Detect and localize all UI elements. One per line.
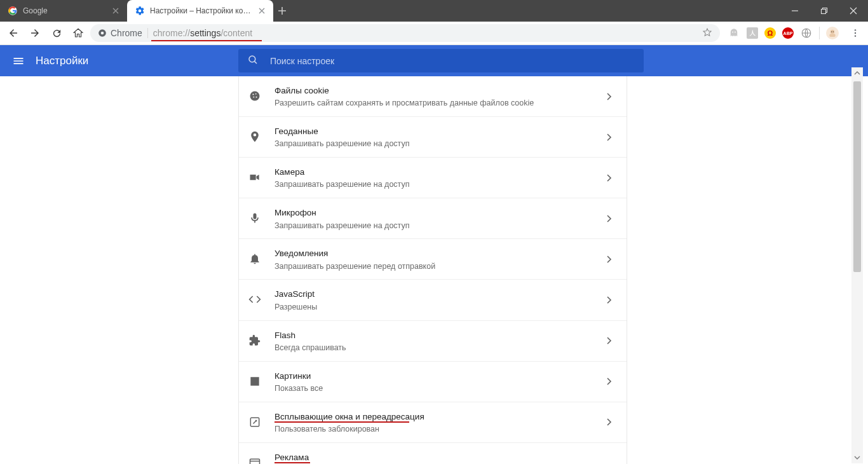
tab-google[interactable]: Google xyxy=(0,0,127,22)
row-title: Уведомления xyxy=(275,248,592,259)
svg-point-4 xyxy=(732,32,733,33)
row-flash[interactable]: Flash Всегда спрашивать xyxy=(239,321,627,362)
chevron-right-icon xyxy=(605,296,614,304)
tab-settings[interactable]: Настройки – Настройки конте... xyxy=(127,0,273,22)
omnibox-url: chrome://settings/content xyxy=(153,28,252,38)
content-area: Файлы cookie Разрешить сайтам сохранять … xyxy=(0,76,868,464)
profile-avatar[interactable] xyxy=(826,27,839,39)
tab-close-icon[interactable] xyxy=(112,7,119,15)
ext-pdf-icon[interactable]: 人 xyxy=(747,27,758,39)
browser-toolbar: Chrome chrome://settings/content 人 Ω ABP xyxy=(0,22,868,45)
forward-button[interactable] xyxy=(25,24,44,43)
row-sub: Запрашивать разрешение на доступ xyxy=(275,221,592,231)
chevron-right-icon xyxy=(605,418,614,426)
svg-point-17 xyxy=(255,93,257,95)
window-minimize[interactable] xyxy=(780,0,810,22)
chevron-right-icon xyxy=(605,215,614,222)
tab-close-icon[interactable] xyxy=(259,7,266,15)
row-javascript[interactable]: JavaScript Разрешены xyxy=(239,280,627,320)
svg-point-18 xyxy=(253,97,254,98)
gear-icon xyxy=(135,6,145,16)
row-title: Файлы cookie xyxy=(275,85,592,97)
page-title: Настройки xyxy=(36,55,88,67)
svg-point-10 xyxy=(833,31,834,32)
row-camera[interactable]: Камера Запрашивать разрешение на доступ xyxy=(239,158,627,198)
scroll-track[interactable] xyxy=(851,79,863,452)
row-cookies[interactable]: Файлы cookie Разрешить сайтам сохранять … xyxy=(239,76,627,117)
reload-button[interactable] xyxy=(47,24,66,43)
row-title: Реклама xyxy=(275,452,592,463)
ext-globe-icon[interactable] xyxy=(800,27,813,39)
chevron-right-icon xyxy=(605,337,614,345)
ext-abp-icon[interactable]: ABP xyxy=(782,27,794,39)
row-popups[interactable]: Всплывающие окна и переадресация Пользов… xyxy=(239,402,627,443)
row-sub: Запрашивать разрешение на доступ xyxy=(275,139,592,149)
row-notifications[interactable]: Уведомления Запрашивать разрешение перед… xyxy=(239,239,627,280)
scrollbar[interactable] xyxy=(851,67,863,463)
bookmark-star-icon[interactable] xyxy=(702,27,712,39)
code-icon xyxy=(248,292,262,306)
tab-settings-label: Настройки – Настройки конте... xyxy=(150,6,254,15)
row-sub: Пользователь заблокирован xyxy=(275,424,592,435)
omnibox[interactable]: Chrome chrome://settings/content xyxy=(90,24,720,42)
svg-point-13 xyxy=(855,35,856,36)
row-sub: Запрашивать разрешение перед отправкой xyxy=(275,261,592,272)
row-sub: Запрашивать разрешение на доступ xyxy=(275,179,592,190)
row-images[interactable]: Картинки Показать все xyxy=(239,362,627,402)
hamburger-menu-button[interactable] xyxy=(11,54,25,68)
cookie-icon xyxy=(248,89,262,103)
chevron-right-icon xyxy=(605,378,614,385)
tab-google-label: Google xyxy=(23,6,107,15)
svg-point-3 xyxy=(101,32,104,35)
row-microphone[interactable]: Микрофон Запрашивать разрешение на досту… xyxy=(239,198,627,239)
row-title: Камера xyxy=(275,167,592,178)
extensions-area: 人 Ω ABP xyxy=(722,27,844,39)
scroll-down-icon[interactable] xyxy=(851,452,863,463)
puzzle-icon xyxy=(248,334,262,348)
bell-icon xyxy=(248,252,262,266)
window-restore[interactable] xyxy=(810,0,839,22)
ext-yellow-icon[interactable]: Ω xyxy=(764,27,776,39)
browser-menu-button[interactable] xyxy=(846,28,864,38)
separator xyxy=(819,27,820,39)
scroll-thumb[interactable] xyxy=(853,81,861,272)
row-ads[interactable]: Реклама Объявления заблокированы на сайт… xyxy=(239,443,627,464)
svg-rect-8 xyxy=(829,34,835,37)
window-controls xyxy=(780,0,868,22)
home-button[interactable] xyxy=(69,24,88,43)
content-settings-panel: Файлы cookie Разрешить сайтам сохранять … xyxy=(238,76,627,464)
svg-point-9 xyxy=(831,31,832,32)
row-sub: Разрешены xyxy=(275,302,592,313)
row-title: Flash xyxy=(275,330,592,341)
svg-rect-1 xyxy=(822,10,826,14)
row-location[interactable]: Геоданные Запрашивать разрешение на дост… xyxy=(239,117,627,158)
chevron-right-icon xyxy=(605,133,614,141)
svg-point-16 xyxy=(252,93,254,95)
chevron-right-icon xyxy=(605,174,614,182)
ads-icon xyxy=(248,456,262,464)
svg-point-7 xyxy=(831,30,835,34)
scroll-up-icon[interactable] xyxy=(851,67,863,79)
annotation-underline xyxy=(151,40,262,41)
row-sub: Всегда спрашивать xyxy=(275,343,592,353)
settings-search[interactable] xyxy=(238,49,644,72)
camera-icon xyxy=(248,170,262,184)
chevron-right-icon xyxy=(605,256,614,263)
secure-chip: Chrome xyxy=(98,28,142,38)
new-tab-button[interactable] xyxy=(273,0,291,22)
titlebar: Google Настройки – Настройки конте... xyxy=(0,0,868,22)
microphone-icon xyxy=(248,211,262,225)
svg-point-12 xyxy=(855,32,856,34)
svg-point-19 xyxy=(256,97,257,98)
row-title: Микрофон xyxy=(275,207,592,219)
window-close[interactable] xyxy=(839,0,868,22)
image-icon xyxy=(248,374,262,388)
settings-header: Настройки xyxy=(0,45,868,76)
favicon-google xyxy=(8,6,18,16)
row-sub: Показать все xyxy=(275,383,592,394)
row-sub: Разрешить сайтам сохранять и просматрива… xyxy=(275,98,592,109)
ext-ghostery-icon[interactable] xyxy=(728,27,740,39)
settings-search-input[interactable] xyxy=(269,55,635,67)
back-button[interactable] xyxy=(4,24,23,43)
annotation-underline xyxy=(275,462,310,463)
